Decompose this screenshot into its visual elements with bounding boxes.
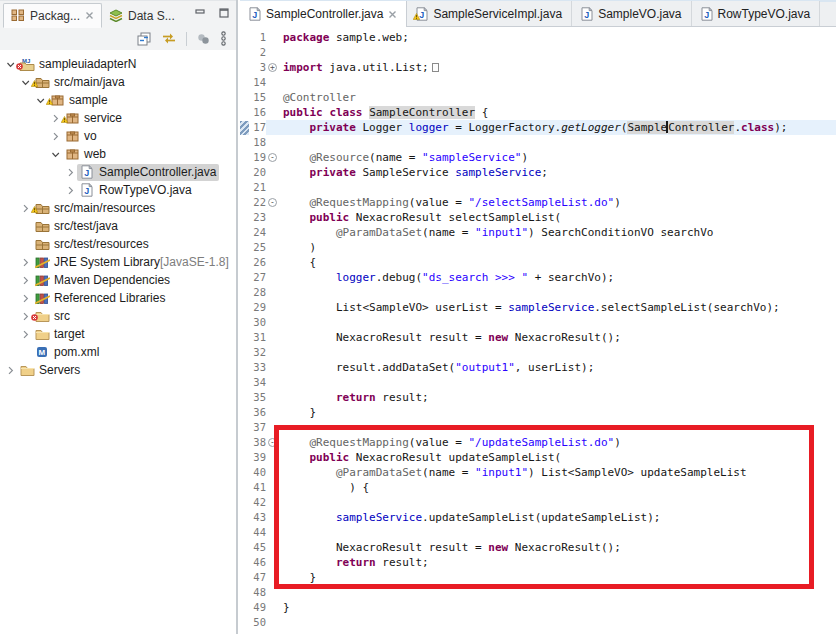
code-line-28[interactable]: 28 <box>240 285 836 300</box>
chevron-right-icon[interactable] <box>19 294 32 303</box>
code-line-46[interactable]: 46return result; <box>240 555 836 570</box>
fold-minus-icon[interactable]: - <box>266 195 279 210</box>
tree-item-src[interactable]: src <box>0 307 236 325</box>
code-line-33[interactable]: 33result.addDataSet("output1", userList)… <box>240 360 836 375</box>
tree-item-src-main-java[interactable]: src/main/java <box>0 73 236 91</box>
tree-item-jre-system-library[interactable]: JRE System Library [JavaSE-1.8] <box>0 253 236 271</box>
chevron-right-icon[interactable] <box>64 186 77 195</box>
code-line-16[interactable]: 16public class SampleController { <box>240 105 836 120</box>
code-line-38[interactable]: 38-@RequestMapping(value = "/updateSampl… <box>240 435 836 450</box>
editor-tab-samplecontroller-java[interactable]: JSampleController.java <box>240 1 407 27</box>
code-text: { <box>279 255 836 270</box>
code-line-22[interactable]: 22-@RequestMapping(value = "/selectSampl… <box>240 195 836 210</box>
collapsed-region-icon[interactable] <box>432 63 439 72</box>
chevron-right-icon[interactable] <box>19 276 32 285</box>
fold-plus-icon[interactable]: + <box>266 60 279 75</box>
view-tab-data-source[interactable]: Data S... <box>102 4 182 27</box>
code-line-26[interactable]: 26{ <box>240 255 836 270</box>
fold-column <box>266 615 279 630</box>
fold-circle: + <box>268 63 277 72</box>
code-line-35[interactable]: 35return result; <box>240 390 836 405</box>
code-line-21[interactable]: 21 <box>240 180 836 195</box>
tree-item-web[interactable]: web <box>0 145 236 163</box>
line-number: 39 <box>249 450 266 465</box>
tree-item-pom-xml[interactable]: Mpom.xml <box>0 343 236 361</box>
tree-item-src-main-resources[interactable]: src/main/resources <box>0 199 236 217</box>
chevron-right-icon[interactable] <box>49 132 62 141</box>
code-line-32[interactable]: 32 <box>240 345 836 360</box>
code-token: "input1" <box>475 466 528 479</box>
code-line-45[interactable]: 45NexacroResult result = new NexacroResu… <box>240 540 836 555</box>
code-editor[interactable]: 1package sample.web;23+import java.util.… <box>240 28 836 634</box>
code-line-24[interactable]: 24@ParamDataSet(name = "input1") SearchC… <box>240 225 836 240</box>
close-icon[interactable] <box>85 11 94 20</box>
tree-item-service[interactable]: service <box>0 109 236 127</box>
link-with-editor-button[interactable] <box>161 30 177 48</box>
fold-column <box>266 105 279 120</box>
code-line-50[interactable]: 50 <box>240 615 836 630</box>
code-line-37[interactable]: 37 <box>240 420 836 435</box>
chevron-right-icon[interactable] <box>64 168 77 177</box>
code-line-48[interactable]: 48 <box>240 585 836 600</box>
tree-item-src-test-resources[interactable]: src/test/resources <box>0 235 236 253</box>
maximize-button[interactable] <box>217 6 231 20</box>
tree-item-maven-dependencies[interactable]: Maven Dependencies <box>0 271 236 289</box>
close-icon[interactable] <box>388 10 397 19</box>
code-line-31[interactable]: 31NexacroResult result = new NexacroResu… <box>240 330 836 345</box>
code-line-42[interactable]: 42 <box>240 495 836 510</box>
tree-item-content: Referenced Libraries <box>32 290 168 307</box>
chevron-down-icon[interactable] <box>49 150 62 159</box>
code-line-19[interactable]: 19-@Resource(name = "sampleService") <box>240 150 836 165</box>
filters-button[interactable] <box>196 30 211 48</box>
code-line-17[interactable]: 17private Logger logger = LoggerFactory.… <box>240 120 836 135</box>
chevron-right-icon[interactable] <box>4 366 17 375</box>
collapse-all-button[interactable] <box>137 30 152 48</box>
editor-tab-samplevo-java[interactable]: JSampleVO.java <box>572 1 691 26</box>
code-line-1[interactable]: 1package sample.web; <box>240 30 836 45</box>
code-line-27[interactable]: 27logger.debug("ds_search >>> " + search… <box>240 270 836 285</box>
chevron-right-icon[interactable] <box>19 258 32 267</box>
fold-minus-icon[interactable]: - <box>266 150 279 165</box>
tree-item-target[interactable]: target <box>0 325 236 343</box>
tree-item-rowtypevo-java[interactable]: JRowTypeVO.java <box>0 181 236 199</box>
editor-tab-sampleserviceimpl-java[interactable]: JSampleServiceImpl.java <box>407 1 572 26</box>
code-line-41[interactable]: 41) { <box>240 480 836 495</box>
code-token: (name = <box>422 466 475 479</box>
code-line-3[interactable]: 3+import java.util.List; <box>240 60 836 75</box>
maximize-icon <box>219 8 229 18</box>
editor-tab-rowtypevo-java[interactable]: JRowTypeVO.java <box>692 1 821 26</box>
code-line-15[interactable]: 15@Controller <box>240 90 836 105</box>
code-line-29[interactable]: 29List<SampleVO> userList = sampleServic… <box>240 300 836 315</box>
tree-item-vo[interactable]: vo <box>0 127 236 145</box>
code-line-25[interactable]: 25) <box>240 240 836 255</box>
code-line-14[interactable]: 14 <box>240 75 836 90</box>
view-tab-package-explorer[interactable]: Packag... <box>3 3 102 28</box>
line-number: 31 <box>249 330 266 345</box>
code-line-2[interactable]: 2 <box>240 45 836 60</box>
code-line-43[interactable]: 43sampleService.updateSampleList(updateS… <box>240 510 836 525</box>
tree-item-sampleuiadaptern[interactable]: MJsampleuiadapterN <box>0 55 236 73</box>
tree-item-samplecontroller-java[interactable]: JSampleController.java <box>0 163 236 181</box>
fold-minus-icon[interactable]: - <box>266 435 279 450</box>
arrow-closed-icon <box>66 186 75 195</box>
code-line-34[interactable]: 34 <box>240 375 836 390</box>
chevron-right-icon[interactable] <box>19 330 32 339</box>
code-line-18[interactable]: 18 <box>240 135 836 150</box>
tree-item-servers[interactable]: Servers <box>0 361 236 379</box>
code-line-20[interactable]: 20private SampleService sampleService; <box>240 165 836 180</box>
code-line-39[interactable]: 39public NexacroResult updateSampleList( <box>240 450 836 465</box>
code-line-36[interactable]: 36} <box>240 405 836 420</box>
code-line-49[interactable]: 49} <box>240 600 836 615</box>
tree-item-referenced-libraries[interactable]: Referenced Libraries <box>0 289 236 307</box>
code-line-30[interactable]: 30 <box>240 315 836 330</box>
code-line-47[interactable]: 47} <box>240 570 836 585</box>
minimize-button[interactable] <box>193 6 207 20</box>
tree-item-sample[interactable]: sample <box>0 91 236 109</box>
code-line-44[interactable]: 44 <box>240 525 836 540</box>
code-line-40[interactable]: 40@ParamDataSet(name = "input1") List<Sa… <box>240 465 836 480</box>
tree-item-src-test-java[interactable]: src/test/java <box>0 217 236 235</box>
code-line-23[interactable]: 23public NexacroResult selectSampleList( <box>240 210 836 225</box>
view-menu-button[interactable] <box>220 30 227 48</box>
code-token: ) { <box>349 481 369 494</box>
svg-text:J: J <box>704 10 709 20</box>
